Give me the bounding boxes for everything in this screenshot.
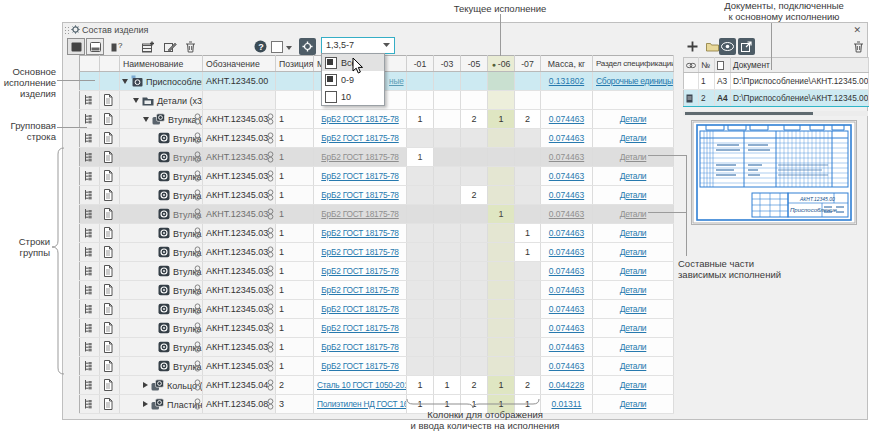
component-material[interactable]: БрБ2 ГОСТ 18175-78 [314, 262, 407, 281]
qty--01[interactable] [407, 167, 434, 186]
structure-icon[interactable] [80, 262, 100, 281]
material-link-fragment[interactable]: ные [389, 76, 404, 86]
component-mass[interactable]: 0.074463 [541, 300, 593, 319]
structure-icon[interactable] [80, 338, 100, 357]
component-mass[interactable]: 0.074463 [541, 319, 593, 338]
structure-icon[interactable] [80, 243, 100, 262]
document-icon[interactable] [100, 395, 120, 414]
qty--07[interactable] [515, 186, 541, 205]
material-link[interactable]: Сталь 10 ГОСТ 1050-2013 [317, 380, 407, 390]
section-link[interactable]: Детали [620, 266, 647, 276]
component-material[interactable]: БрБ2 ГОСТ 18175-78 [314, 224, 407, 243]
mass-link[interactable]: 0.074463 [549, 342, 584, 352]
qty--05[interactable] [461, 357, 488, 376]
qty--01[interactable]: 1 [407, 110, 434, 129]
component-section[interactable]: Детали [593, 357, 674, 376]
component-mass[interactable]: 0.074463 [541, 110, 593, 129]
component-material[interactable]: БрБ2 ГОСТ 18175-78 [314, 167, 407, 186]
bom-row-5[interactable]: ВтулкаАКНТ.12345.031БрБ2 ГОСТ 18175-7810… [80, 148, 674, 167]
section-link[interactable]: Детали [620, 361, 647, 371]
checkbox-partial-icon[interactable] [325, 57, 337, 69]
bom-row-16[interactable]: ВтулкаАКНТ.12345.031БрБ2 ГОСТ 18175-780.… [80, 357, 674, 376]
component-section[interactable]: Детали [593, 205, 674, 224]
executions-filter-combo[interactable]: 1,3,5-7 [321, 37, 395, 54]
qty--03[interactable] [434, 72, 461, 91]
qty--05[interactable] [461, 338, 488, 357]
scrollbar-thumb[interactable] [685, 112, 813, 115]
material-link[interactable]: БрБ2 ГОСТ 18175-78 [321, 304, 398, 314]
component-material[interactable]: БрБ2 ГОСТ 18175-78 [314, 110, 407, 129]
qty--07[interactable]: 1 [515, 243, 541, 262]
section-link[interactable]: Сборочные единицы [596, 76, 673, 86]
add-document-button[interactable] [685, 38, 700, 55]
qty--03[interactable] [434, 300, 461, 319]
qty--01[interactable]: 1 [407, 148, 434, 167]
qty--01[interactable] [407, 186, 434, 205]
qty--06[interactable]: 1 [488, 110, 515, 129]
component-section[interactable]: Детали [593, 338, 674, 357]
component-section[interactable]: Сборочные единицы [593, 72, 674, 91]
structure-icon[interactable] [80, 186, 100, 205]
document-icon[interactable] [100, 167, 120, 186]
qty--03[interactable] [434, 148, 461, 167]
qty--03[interactable] [434, 224, 461, 243]
qty--06[interactable] [488, 338, 515, 357]
mass-link[interactable]: 0.074463 [549, 209, 584, 219]
structure-icon[interactable] [80, 224, 100, 243]
mass-link[interactable]: 0.074463 [549, 152, 584, 162]
component-name[interactable]: Втулка [120, 205, 203, 224]
qty--03[interactable] [434, 357, 461, 376]
mass-link[interactable]: 0.074463 [549, 114, 584, 124]
component-material[interactable]: БрБ2 ГОСТ 18175-78 [314, 205, 407, 224]
structure-icon[interactable] [80, 148, 100, 167]
mass-link[interactable]: 0.01311 [551, 399, 581, 409]
component-name[interactable]: Детали (x39) [120, 91, 203, 110]
mass-link[interactable]: 0.074463 [549, 228, 584, 238]
dock-grip-icon[interactable] [64, 26, 69, 35]
qty--05[interactable] [461, 300, 488, 319]
qty--07[interactable] [515, 129, 541, 148]
bom-row-10[interactable]: ВтулкаАКНТ.12345.031БрБ2 ГОСТ 18175-7810… [80, 243, 674, 262]
mass-link[interactable]: 0.044228 [549, 380, 584, 390]
component-section[interactable]: Детали [593, 148, 674, 167]
help-icon[interactable]: ? [251, 38, 269, 55]
delete-component-button[interactable] [181, 38, 199, 55]
mass-link[interactable]: 0.074463 [549, 266, 584, 276]
qty--03[interactable] [434, 262, 461, 281]
qty--07[interactable]: 2 [515, 110, 541, 129]
component-name[interactable]: Втулка [120, 300, 203, 319]
expand-arrow-icon[interactable] [143, 382, 148, 388]
qty--06[interactable] [488, 319, 515, 338]
component-name[interactable]: Втулка [120, 338, 203, 357]
material-link[interactable]: БрБ2 ГОСТ 18175-78 [321, 342, 398, 352]
material-link[interactable]: БрБ2 ГОСТ 18175-78 [321, 190, 398, 200]
component-section[interactable]: Детали [593, 376, 674, 395]
structure-icon[interactable] [80, 205, 100, 224]
qty--07[interactable] [515, 319, 541, 338]
component-material[interactable]: БрБ2 ГОСТ 18175-78 [314, 300, 407, 319]
component-material[interactable]: БрБ2 ГОСТ 18175-78 [314, 148, 407, 167]
qty--05[interactable] [461, 319, 488, 338]
structure-icon[interactable] [80, 300, 100, 319]
qty--03[interactable] [434, 186, 461, 205]
component-material[interactable]: БрБ2 ГОСТ 18175-78 [314, 357, 407, 376]
mass-link[interactable]: 0.074463 [549, 323, 584, 333]
close-icon[interactable]: ✕ [853, 25, 861, 35]
qty--07[interactable]: 2 [515, 376, 541, 395]
component-mass[interactable]: 0.074463 [541, 129, 593, 148]
structure-icon[interactable] [80, 167, 100, 186]
qty--01[interactable] [407, 357, 434, 376]
component-name[interactable]: Втулка [120, 224, 203, 243]
document-icon[interactable] [100, 148, 120, 167]
bom-row-13[interactable]: ВтулкаАКНТ.12345.031БрБ2 ГОСТ 18175-780.… [80, 300, 674, 319]
component-name[interactable]: Втулка [120, 262, 203, 281]
delete-document-button[interactable] [849, 38, 867, 55]
qty--01[interactable] [407, 224, 434, 243]
component-section[interactable]: Детали [593, 262, 674, 281]
section-link[interactable]: Детали [620, 114, 647, 124]
component-material[interactable]: БрБ2 ГОСТ 18175-78 [314, 129, 407, 148]
qty--01[interactable] [407, 129, 434, 148]
material-link[interactable]: БрБ2 ГОСТ 18175-78 [321, 152, 398, 162]
qty--07[interactable] [515, 148, 541, 167]
section-link[interactable]: Детали [620, 285, 647, 295]
